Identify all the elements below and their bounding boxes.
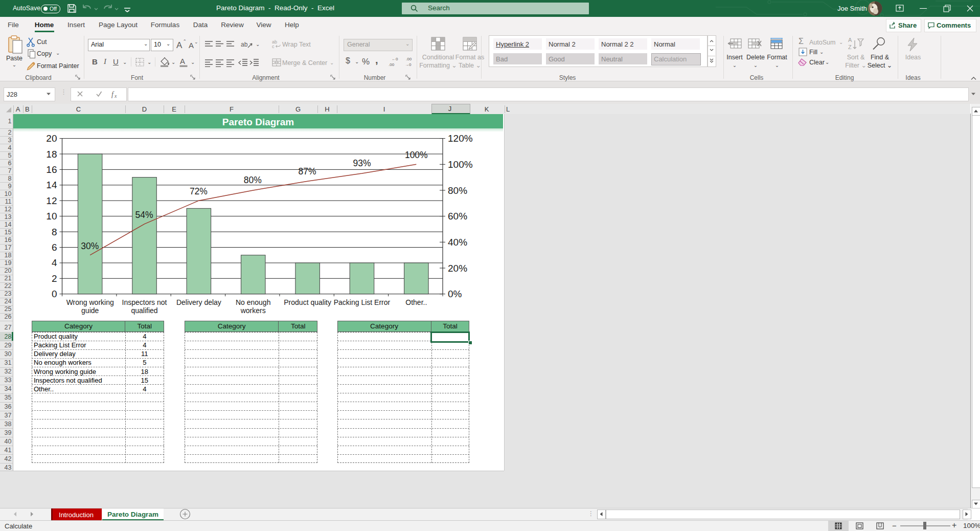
- svg-text:Other..: Other..: [405, 298, 427, 306]
- svg-text:80%: 80%: [244, 175, 262, 185]
- svg-text:2: 2: [52, 273, 57, 284]
- svg-text:.00: .00: [406, 57, 412, 61]
- svg-text:100%: 100%: [405, 150, 428, 160]
- svg-text:12: 12: [46, 195, 57, 206]
- svg-text:c: c: [272, 44, 275, 49]
- svg-text:93%: 93%: [353, 158, 371, 168]
- svg-text:60%: 60%: [448, 211, 467, 222]
- svg-text:16: 16: [46, 164, 57, 175]
- svg-text:Delivery delay: Delivery delay: [176, 298, 221, 306]
- svg-text:4: 4: [52, 257, 57, 268]
- svg-text:Product quality: Product quality: [284, 298, 331, 306]
- svg-text:Z: Z: [848, 44, 852, 50]
- svg-text:20%: 20%: [448, 263, 467, 274]
- svg-text:0%: 0%: [448, 289, 462, 299]
- svg-text:100%: 100%: [448, 159, 473, 170]
- svg-text:A: A: [176, 40, 183, 50]
- svg-text:←0: ←0: [392, 57, 398, 61]
- svg-text:30%: 30%: [81, 241, 99, 251]
- svg-text:x: x: [114, 93, 117, 98]
- svg-text:guide: guide: [81, 306, 99, 315]
- svg-text:Packing List Error: Packing List Error: [334, 298, 391, 306]
- svg-text:0: 0: [52, 289, 57, 299]
- svg-text:qualified: qualified: [131, 306, 157, 315]
- svg-text:18: 18: [46, 149, 57, 160]
- svg-text:Wrong working: Wrong working: [66, 298, 114, 306]
- svg-text:⌃: ⌃: [183, 39, 187, 44]
- svg-text:120%: 120%: [448, 133, 473, 144]
- svg-text:14: 14: [46, 180, 57, 190]
- svg-text:6: 6: [52, 242, 57, 253]
- svg-text:No enough: No enough: [236, 298, 271, 306]
- svg-text:40%: 40%: [448, 237, 467, 248]
- svg-text:87%: 87%: [299, 166, 316, 176]
- svg-text:54%: 54%: [135, 210, 153, 220]
- svg-text:72%: 72%: [190, 186, 208, 196]
- svg-text:.00: .00: [389, 62, 395, 67]
- svg-text:A: A: [848, 37, 852, 43]
- svg-text:ab: ab: [241, 41, 248, 48]
- svg-text:→0: →0: [405, 62, 412, 67]
- svg-text:A: A: [189, 41, 194, 50]
- svg-text:A: A: [180, 57, 185, 65]
- svg-text:workers: workers: [240, 306, 266, 315]
- svg-text:Inspectors not: Inspectors not: [122, 298, 167, 306]
- svg-text:10: 10: [46, 211, 57, 222]
- svg-text:80%: 80%: [448, 185, 467, 196]
- svg-text:⌄: ⌄: [194, 39, 198, 45]
- svg-text:20: 20: [46, 133, 57, 144]
- svg-text:8: 8: [52, 227, 57, 237]
